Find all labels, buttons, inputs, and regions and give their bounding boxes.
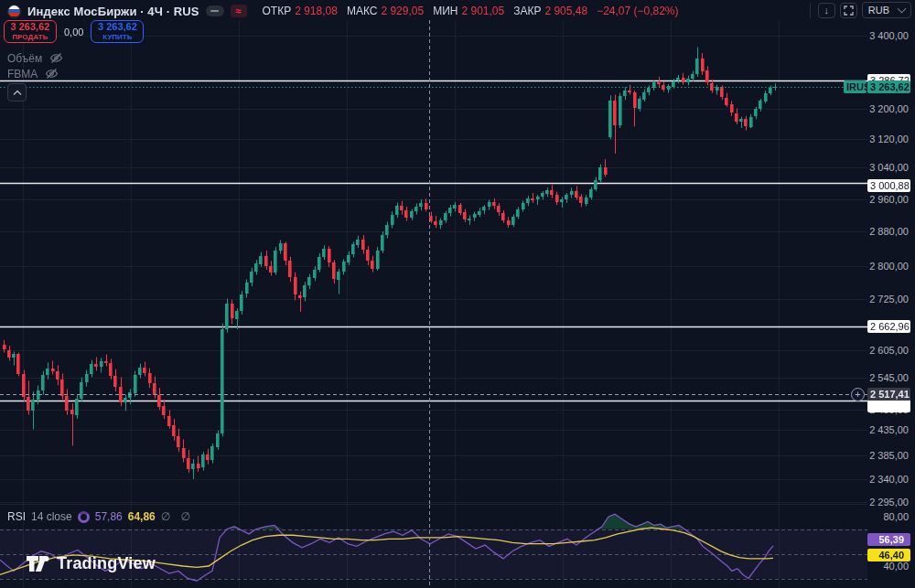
volume-label: Объём: [7, 52, 42, 65]
toolbar-separator: [810, 3, 811, 18]
axis-tick: 2 295,00: [867, 496, 915, 508]
price-label: 3 000,88: [867, 179, 910, 192]
axis-tick: 40,00: [867, 560, 915, 572]
minimize-icon[interactable]: [206, 5, 224, 16]
rsi-status-row[interactable]: RSI 14 close 57,86 64,86 ∅ ∅: [7, 510, 194, 523]
spread-value: 0,00: [64, 27, 83, 37]
open-value: 2 918,08: [295, 5, 338, 17]
tradingview-chart-app: Индекс МосБиржи · 4Ч · RUS ≈ ОТКР 2 918,…: [0, 0, 915, 588]
russia-flag-icon: [7, 5, 21, 18]
market-status-icon[interactable]: ≈: [231, 5, 247, 17]
high-value: 2 929,05: [381, 5, 424, 17]
symbol-toolbar: Индекс МосБиржи · 4Ч · RUS ≈ ОТКР 2 918,…: [7, 3, 679, 19]
axis-tick: 2 340,00: [867, 473, 915, 486]
tradingview-logo-icon: [26, 555, 50, 572]
price-label: 2 662,96: [867, 320, 910, 333]
ohlc-values: ОТКР 2 918,08 МАКС 2 929,05 МИН 2 901,05…: [257, 5, 679, 17]
axis-tick: 3 040,00: [867, 161, 915, 174]
axis-tick: 2 960,00: [867, 193, 915, 206]
top-right-controls: ↓ RUB: [810, 2, 911, 18]
pane-divider[interactable]: [0, 504, 867, 505]
trade-panel: 3 263,62 ПРОДАТЬ 0,00 3 263,62 КУПИТЬ: [4, 20, 144, 43]
currency-value: RUB: [868, 5, 889, 16]
symbol-title[interactable]: Индекс МосБиржи · 4Ч · RUS: [27, 5, 199, 18]
axis-tick: 2 725,00: [867, 293, 915, 305]
indicator-legend: Объём FBMA: [7, 50, 63, 81]
axis-tick: 2 545,00: [867, 371, 915, 384]
sell-price: 3 263,62: [11, 22, 50, 32]
rsi-label: 46,40: [867, 549, 910, 561]
volume-legend-row[interactable]: Объём: [7, 50, 63, 66]
change-value: −24,07 (−0,82%): [597, 5, 678, 17]
high-label: МАКС: [347, 5, 378, 17]
eye-off-icon[interactable]: [49, 52, 63, 64]
axis-tick: 3 200,00: [867, 102, 915, 115]
rsi-title: RSI: [7, 510, 26, 523]
low-value: 2 901,05: [461, 5, 504, 17]
rsi-extra-values: ∅ ∅: [161, 510, 194, 523]
tradingview-watermark: TradingView: [26, 554, 156, 573]
price-label: [867, 400, 910, 412]
close-label: ЗАКР: [513, 5, 541, 17]
price-label: 2 517,41: [867, 388, 910, 401]
fullscreen-icon: [844, 5, 854, 16]
fbma-legend-row[interactable]: FBMA: [7, 66, 63, 81]
plus-circle-icon[interactable]: +: [851, 388, 865, 401]
close-value: 2 905,48: [544, 5, 587, 17]
symbol-price-tag: IRUS: [844, 80, 867, 93]
buy-price: 3 263,62: [98, 22, 137, 32]
axis-tick: 2 605,00: [867, 344, 915, 357]
currency-dropdown[interactable]: RUB: [862, 2, 911, 18]
price-pane-canvas[interactable]: [0, 0, 867, 505]
axis-tick: 80,00: [867, 510, 915, 523]
price-label: 3 263,62: [867, 80, 910, 93]
rsi-params: 14 close: [31, 510, 72, 523]
sell-label: ПРОДАТЬ: [13, 34, 48, 41]
buy-label: КУПИТЬ: [102, 34, 132, 41]
rsi-ma-value: 64,86: [128, 510, 156, 523]
pane-collapse-button[interactable]: [7, 83, 27, 102]
rsi-value: 57,86: [95, 510, 123, 523]
fullscreen-button[interactable]: [840, 3, 857, 18]
rsi-indicator-icon[interactable]: [78, 511, 90, 523]
axis-tick: 3 120,00: [867, 133, 915, 145]
axis-tick: 2 800,00: [867, 260, 915, 273]
axis-tick: 2 435,00: [867, 423, 915, 436]
axis-tick: 2 385,00: [867, 449, 915, 462]
low-label: МИН: [433, 5, 458, 17]
price-axis[interactable]: 3 400,003 200,003 120,003 040,002 960,00…: [867, 0, 915, 588]
arrow-down-icon: ↓: [824, 5, 830, 16]
watermark-text: TradingView: [57, 554, 156, 573]
axis-tick: 3 400,00: [867, 29, 915, 42]
rsi-label: 56,39: [867, 533, 910, 546]
fbma-label: FBMA: [7, 68, 38, 80]
axis-tick: 2 880,00: [867, 225, 915, 238]
buy-button[interactable]: 3 263,62 КУПИТЬ: [91, 20, 144, 43]
eye-off-icon[interactable]: [45, 68, 59, 80]
chevron-up-icon: [13, 90, 22, 96]
sell-button[interactable]: 3 263,62 ПРОДАТЬ: [4, 20, 57, 43]
open-label: ОТКР: [263, 5, 292, 17]
download-button[interactable]: ↓: [818, 3, 835, 18]
chevron-down-icon: [898, 5, 907, 14]
